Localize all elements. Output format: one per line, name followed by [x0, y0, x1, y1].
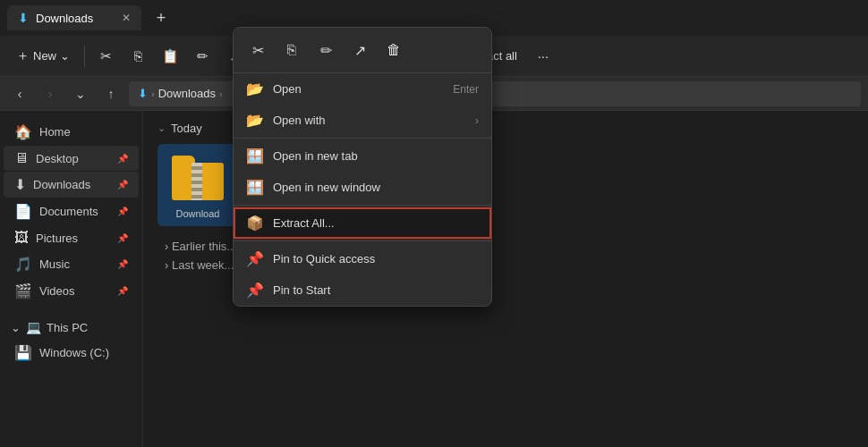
ctx-pin-start-label: Pin to Start	[273, 283, 330, 297]
ctx-sep-1	[234, 138, 491, 139]
ctx-open-with-label: Open with	[273, 114, 326, 127]
ctx-cut-button[interactable]: ✂	[243, 35, 273, 65]
ctx-pin-quick-label: Pin to Quick access	[273, 252, 375, 266]
ctx-open-label: Open	[273, 82, 302, 96]
ctx-new-tab-icon: 🪟	[246, 148, 264, 164]
context-menu: ✂ ⎘ ✏ ↗ 🗑 📂 Open Enter 📂 Open with › 🪟 O…	[233, 27, 492, 307]
ctx-open-with-icon: 📂	[246, 112, 264, 129]
ctx-extract-all-item[interactable]: 📦 Extract All...	[234, 207, 491, 239]
ctx-open-shortcut: Enter	[453, 83, 479, 96]
ctx-open-new-tab-item[interactable]: 🪟 Open in new tab	[234, 140, 491, 172]
ctx-open-new-window-label: Open in new window	[273, 181, 380, 194]
ctx-copy-button[interactable]: ⎘	[277, 35, 307, 65]
ctx-pin-quick-item[interactable]: 📌 Pin to Quick access	[234, 243, 491, 274]
context-menu-top-bar: ✂ ⎘ ✏ ↗ 🗑	[234, 28, 491, 73]
ctx-delete-button[interactable]: 🗑	[379, 35, 409, 65]
ctx-sep-2	[234, 205, 491, 206]
ctx-extract-all-label: Extract All...	[273, 216, 335, 230]
ctx-pin-start-item[interactable]: 📌 Pin to Start	[234, 274, 491, 306]
ctx-new-window-icon: 🪟	[246, 179, 264, 196]
ctx-rename-button[interactable]: ✏	[311, 35, 341, 65]
ctx-open-with-item[interactable]: 📂 Open with ›	[234, 105, 491, 136]
ctx-pin-quick-icon: 📌	[246, 250, 264, 267]
ctx-open-icon: 📂	[246, 80, 264, 97]
ctx-pin-start-icon: 📌	[246, 282, 264, 299]
ctx-open-new-tab-label: Open in new tab	[273, 149, 358, 163]
ctx-sep-3	[234, 240, 491, 241]
ctx-open-item[interactable]: 📂 Open Enter	[234, 73, 491, 105]
ctx-share-button[interactable]: ↗	[345, 35, 375, 65]
context-menu-overlay[interactable]: ✂ ⎘ ✏ ↗ 🗑 📂 Open Enter 📂 Open with › 🪟 O…	[0, 0, 868, 447]
ctx-open-new-window-item[interactable]: 🪟 Open in new window	[234, 172, 491, 203]
ctx-open-with-arrow: ›	[475, 114, 479, 127]
ctx-extract-icon: 📦	[246, 215, 264, 232]
